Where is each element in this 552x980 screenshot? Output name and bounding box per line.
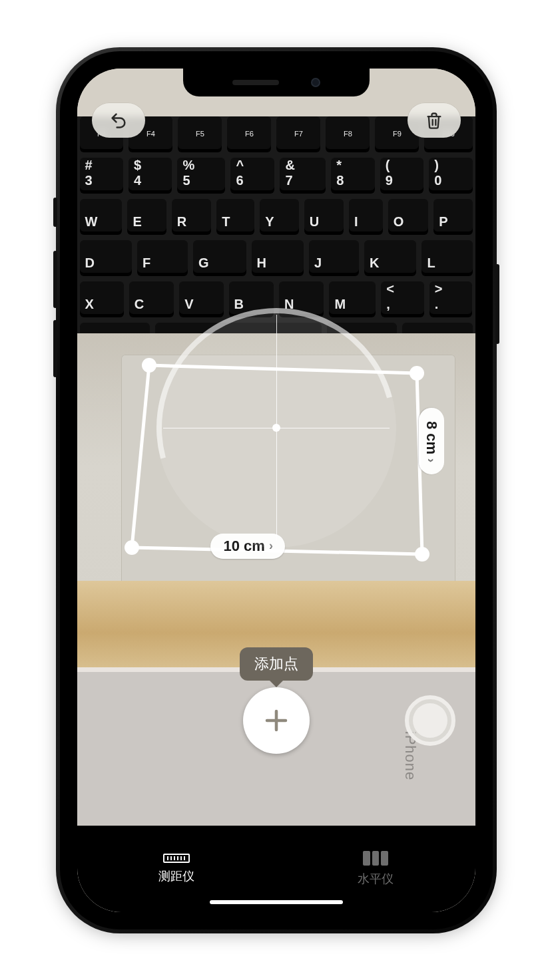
home-indicator[interactable] [210,900,343,904]
add-point-button[interactable] [243,687,310,754]
tab-measure[interactable]: 测距仪 [77,826,276,912]
undo-button[interactable] [92,103,145,138]
add-point-tooltip: 添加点 [240,647,313,681]
shutter-button[interactable] [405,695,455,746]
device-notch [183,69,370,96]
level-icon [363,851,388,866]
tab-measure-label: 测距仪 [158,868,194,884]
tab-level[interactable]: 水平仪 [276,826,475,912]
trash-icon [425,111,443,130]
undo-icon [109,111,128,130]
tab-level-label: 水平仪 [358,871,394,887]
clear-button[interactable] [408,103,461,138]
tab-bar: 测距仪 水平仪 [77,826,475,912]
ruler-icon [163,854,190,863]
plus-icon [262,707,290,735]
